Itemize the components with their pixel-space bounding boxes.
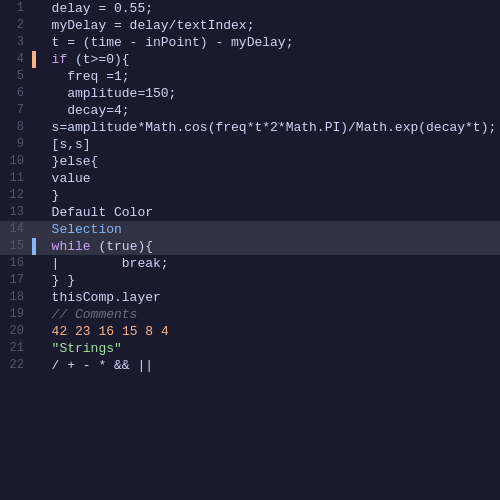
line-content: / + - * && || — [32, 357, 153, 374]
token: myDelay = delay/textIndex; — [36, 18, 254, 33]
line-number: 6 — [0, 85, 32, 102]
code-line-16: 16 | break; — [0, 255, 500, 272]
token: amplitude=150; — [36, 86, 176, 101]
code-line-6: 6 amplitude=150; — [0, 85, 500, 102]
line-content: }else{ — [32, 153, 98, 170]
line-content: myDelay = delay/textIndex; — [32, 17, 254, 34]
token — [36, 341, 52, 356]
code-line-12: 12 } — [0, 187, 500, 204]
code-line-9: 9 [s,s] — [0, 136, 500, 153]
line-number: 1 — [0, 0, 32, 17]
code-line-8: 8 s=amplitude*Math.cos(freq*t*2*Math.PI)… — [0, 119, 500, 136]
token: decay=4; — [36, 103, 130, 118]
line-number: 2 — [0, 17, 32, 34]
token — [153, 324, 161, 339]
code-line-4: 4 if (t>=0){ — [0, 51, 500, 68]
code-line-1: 1 delay = 0.55; — [0, 0, 500, 17]
line-content: value — [32, 170, 91, 187]
token: Selection — [36, 222, 122, 237]
token: if — [52, 52, 68, 67]
code-line-7: 7 decay=4; — [0, 102, 500, 119]
code-editor[interactable]: 1 delay = 0.55;2 myDelay = delay/textInd… — [0, 0, 500, 500]
token: }else{ — [36, 154, 98, 169]
bracket-indicator — [32, 238, 36, 255]
code-line-3: 3 t = (time - inPoint) - myDelay; — [0, 34, 500, 51]
code-line-19: 19 // Comments — [0, 306, 500, 323]
code-line-13: 13 Default Color — [0, 204, 500, 221]
code-line-15: 15 while (true){ — [0, 238, 500, 255]
token — [67, 324, 75, 339]
token: delay = 0.55; — [36, 1, 153, 16]
token: | break; — [36, 256, 169, 271]
line-number: 14 — [0, 221, 32, 238]
code-line-22: 22 / + - * && || — [0, 357, 500, 374]
line-content: } } — [32, 272, 75, 289]
line-content: s=amplitude*Math.cos(freq*t*2*Math.PI)/M… — [32, 119, 496, 136]
line-number: 15 — [0, 238, 32, 255]
token: 8 — [145, 324, 153, 339]
line-number: 3 — [0, 34, 32, 51]
line-number: 7 — [0, 102, 32, 119]
token: / + - * && || — [36, 358, 153, 373]
line-content: [s,s] — [32, 136, 91, 153]
line-content: "Strings" — [32, 340, 122, 357]
token — [36, 324, 52, 339]
line-number: 8 — [0, 119, 32, 136]
token: // Comments — [52, 307, 138, 322]
code-line-20: 20 42 23 16 15 8 4 — [0, 323, 500, 340]
token: (t>=0){ — [67, 52, 129, 67]
token: value — [36, 171, 91, 186]
token: while — [52, 239, 91, 254]
line-content: while (true){ — [32, 238, 153, 255]
line-content: decay=4; — [32, 102, 130, 119]
code-line-11: 11 value — [0, 170, 500, 187]
line-content: delay = 0.55; — [32, 0, 153, 17]
line-content: freq =1; — [32, 68, 130, 85]
line-number: 10 — [0, 153, 32, 170]
token: freq =1; — [36, 69, 130, 84]
line-content: t = (time - inPoint) - myDelay; — [32, 34, 293, 51]
line-content: amplitude=150; — [32, 85, 176, 102]
token: 16 — [98, 324, 114, 339]
line-content: Selection — [32, 221, 122, 238]
token: thisComp.layer — [36, 290, 161, 305]
line-number: 11 — [0, 170, 32, 187]
code-line-17: 17 } } — [0, 272, 500, 289]
token: 42 — [52, 324, 68, 339]
token — [114, 324, 122, 339]
line-number: 17 — [0, 272, 32, 289]
token: t = (time - inPoint) - myDelay; — [36, 35, 293, 50]
line-content: if (t>=0){ — [32, 51, 130, 68]
code-line-2: 2 myDelay = delay/textIndex; — [0, 17, 500, 34]
code-line-5: 5 freq =1; — [0, 68, 500, 85]
token: s=amplitude*Math.cos(freq*t*2*Math.PI)/M… — [36, 120, 496, 135]
line-number: 16 — [0, 255, 32, 272]
code-line-18: 18 thisComp.layer — [0, 289, 500, 306]
line-number: 20 — [0, 323, 32, 340]
token: } } — [36, 273, 75, 288]
line-content: 42 23 16 15 8 4 — [32, 323, 169, 340]
line-content: thisComp.layer — [32, 289, 161, 306]
token — [36, 307, 52, 322]
line-number: 22 — [0, 357, 32, 374]
line-number: 18 — [0, 289, 32, 306]
code-line-14: 14 Selection — [0, 221, 500, 238]
token: 23 — [75, 324, 91, 339]
line-number: 19 — [0, 306, 32, 323]
line-number: 4 — [0, 51, 32, 68]
line-content: // Comments — [32, 306, 137, 323]
token: (true){ — [91, 239, 153, 254]
line-number: 13 — [0, 204, 32, 221]
line-content: | break; — [32, 255, 169, 272]
line-number: 21 — [0, 340, 32, 357]
token: Default Color — [36, 205, 153, 220]
token: [s,s] — [36, 137, 91, 152]
token: } — [36, 188, 59, 203]
token: 4 — [161, 324, 169, 339]
token — [36, 239, 52, 254]
code-line-10: 10 }else{ — [0, 153, 500, 170]
code-line-21: 21 "Strings" — [0, 340, 500, 357]
token: "Strings" — [52, 341, 122, 356]
line-content: } — [32, 187, 59, 204]
token — [36, 52, 52, 67]
